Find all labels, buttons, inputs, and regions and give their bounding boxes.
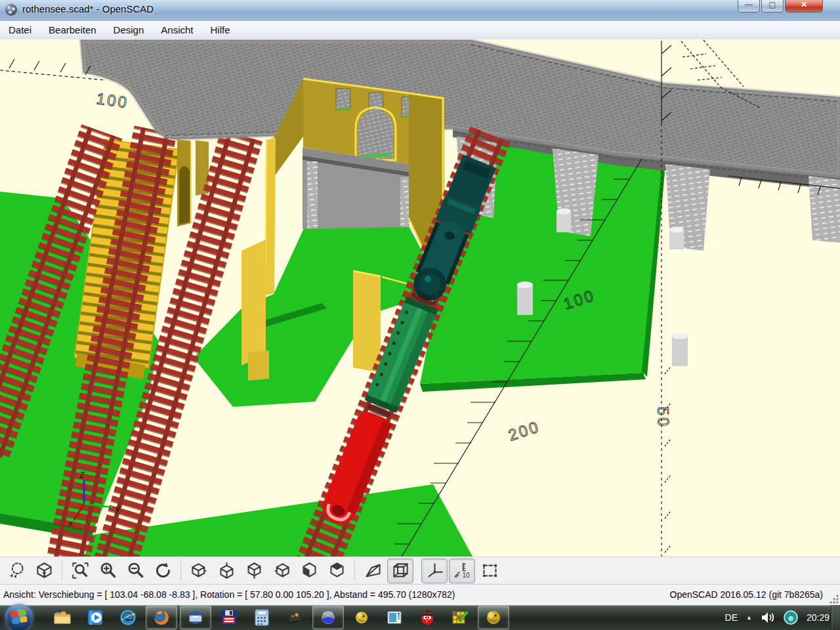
tray-expand-icon[interactable]: ▲ (746, 614, 752, 621)
volume-icon[interactable] (761, 611, 775, 624)
menu-bar: Datei Bearbeiten Design Ansicht Hilfe (0, 21, 840, 40)
eset-icon[interactable]: e (784, 610, 798, 625)
zoom-all-button[interactable] (67, 558, 93, 583)
zoom-in-button[interactable] (94, 558, 121, 583)
view-all-button[interactable] (476, 558, 503, 583)
openscad-window: rothensee.scad* - OpenSCAD — ▢ ✕ Datei B… (0, 0, 840, 630)
resize-grip[interactable] (830, 595, 839, 604)
yellow-ball-icon (352, 608, 371, 627)
language-indicator[interactable]: DE (725, 612, 738, 623)
view-left-icon (273, 562, 291, 579)
blue-orb-icon (319, 608, 337, 627)
thunderbird-icon (186, 608, 205, 627)
view-right-button[interactable] (186, 558, 212, 583)
taskbar: DE ▲ e 20:29 (0, 605, 840, 630)
orthogonal-icon (392, 562, 410, 579)
move-all-button[interactable] (3, 558, 30, 583)
taskbar-explorer-button[interactable] (47, 606, 77, 629)
version-text: OpenSCAD 2016.05.12 (git 7b8265a) (670, 589, 824, 600)
x-axis-label: x (68, 518, 73, 528)
taskbar-window-tool-button[interactable] (379, 606, 410, 629)
menu-hilfe[interactable]: Hilfe (202, 21, 239, 39)
reset-view-icon (154, 562, 172, 579)
view-bottom-icon (245, 562, 263, 579)
reset-view-button[interactable] (150, 558, 176, 583)
taskbar-dark-tool-button[interactable] (280, 606, 310, 629)
orthogonal-button[interactable] (387, 558, 413, 583)
red-bird-icon (418, 608, 436, 627)
view-all-icon (481, 562, 499, 579)
explorer-icon (53, 608, 72, 627)
view-top-button[interactable] (213, 558, 240, 583)
minimize-icon: — (745, 0, 753, 10)
view-front-button[interactable] (296, 558, 322, 583)
media-player-icon (86, 608, 104, 627)
taskbar-yellow-ball-button[interactable] (346, 606, 377, 629)
3d-viewport[interactable]: 100 100 200 50 Z y x (0, 39, 840, 556)
internet-explorer-icon (119, 608, 137, 627)
view-left-button[interactable] (268, 558, 295, 583)
maximize-button[interactable]: ▢ (761, 0, 784, 12)
zoom-out-button[interactable] (122, 558, 148, 583)
taskbar-grid-editor-button[interactable] (445, 606, 475, 629)
menu-bearbeiten[interactable]: Bearbeiten (40, 21, 105, 39)
show-desktop-button[interactable] (831, 605, 840, 630)
show-scale-markers-button[interactable]: 10 (449, 558, 475, 583)
openscad-logo-icon (5, 4, 17, 16)
menu-ansicht[interactable]: Ansicht (152, 21, 201, 39)
taskbar-blue-orb-button[interactable] (312, 606, 344, 629)
maximize-icon: ▢ (768, 0, 776, 10)
zoom-in-icon (99, 562, 117, 579)
svg-text:e: e (788, 613, 793, 623)
taskbar-thunderbird-button[interactable] (180, 606, 211, 629)
view-bottom-button[interactable] (241, 558, 267, 583)
clock[interactable]: 20:29 (807, 612, 830, 623)
view-diagonal-icon (328, 562, 346, 579)
menu-datei[interactable]: Datei (0, 21, 40, 39)
show-scale-markers-icon: 10 (453, 562, 471, 579)
view-top-icon (218, 562, 236, 579)
render-cube-icon (35, 562, 53, 579)
window-title: rothensee.scad* - OpenSCAD (22, 3, 154, 14)
view-right-icon (190, 562, 208, 579)
close-button[interactable]: ✕ (785, 0, 823, 12)
taskbar-yellow-ball-2-button[interactable] (478, 606, 509, 629)
show-axes-icon (426, 562, 444, 579)
perspective-icon (364, 562, 382, 579)
show-axes-button[interactable] (421, 558, 448, 583)
taskbar-firefox-button[interactable] (146, 606, 177, 629)
grid-editor-icon (451, 608, 469, 627)
windows-logo-icon (10, 610, 28, 625)
zoom-all-icon (72, 562, 89, 579)
svg-text:50: 50 (654, 406, 673, 429)
title-bar[interactable]: rothensee.scad* - OpenSCAD — ▢ ✕ (0, 0, 840, 22)
scene-canvas: 100 100 200 50 Z y x (0, 39, 840, 556)
taskbar-red-bird-button[interactable] (412, 606, 442, 629)
view-toolbar: 10 (0, 556, 840, 584)
zoom-out-icon (127, 562, 144, 579)
taskbar-internet-explorer-button[interactable] (113, 606, 143, 629)
render-button[interactable] (31, 558, 57, 583)
view-front-icon (301, 562, 318, 579)
perspective-button[interactable] (360, 558, 386, 583)
dark-tool-icon (285, 608, 304, 627)
yellow-ball-2-icon (484, 608, 503, 627)
taskbar-calculator-button[interactable] (247, 606, 277, 629)
window-tool-icon (385, 608, 404, 627)
taskbar-media-player-button[interactable] (80, 606, 110, 629)
firefox-icon (152, 608, 171, 627)
status-bar: Ansicht: Verschiebung = [ 103.04 -68.08 … (0, 584, 840, 606)
view-status-text: Ansicht: Verschiebung = [ 103.04 -68.08 … (3, 589, 455, 600)
taskbar-floppy-emulator-button[interactable] (214, 606, 244, 629)
taskbar-apps (46, 605, 511, 630)
view-diagonal-button[interactable] (324, 558, 350, 583)
y-axis-label: y (116, 503, 120, 513)
move-all-icon (8, 562, 26, 579)
floppy-emulator-icon (220, 608, 238, 627)
start-button[interactable] (5, 604, 33, 630)
calculator-icon (253, 608, 271, 627)
z-axis-label: Z (79, 470, 85, 480)
menu-design[interactable]: Design (105, 21, 153, 39)
minimize-button[interactable]: — (738, 0, 760, 12)
svg-text:10: 10 (462, 572, 470, 579)
